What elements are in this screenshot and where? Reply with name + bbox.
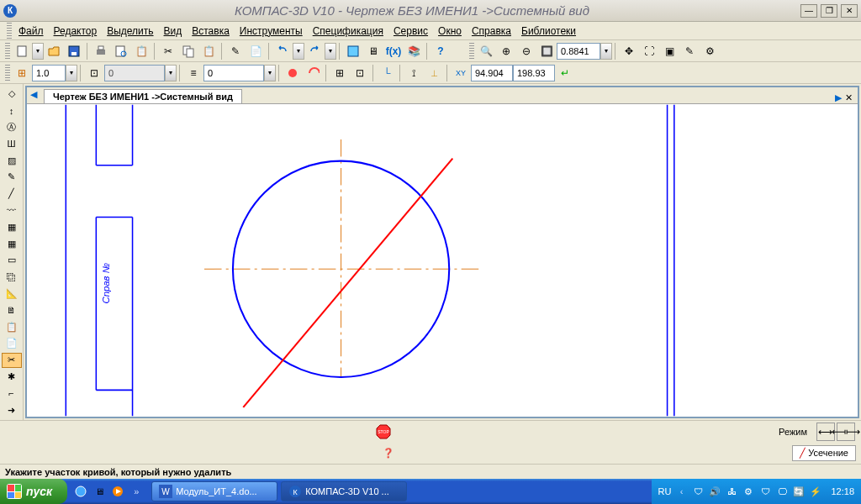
open-button[interactable] bbox=[45, 42, 63, 60]
zoom-fit-button[interactable]: 🔲 bbox=[537, 42, 556, 60]
menu-file[interactable]: Файл bbox=[13, 25, 49, 37]
lcs-button[interactable]: └ bbox=[378, 64, 396, 82]
tray-av-icon[interactable]: 🛡 bbox=[758, 485, 772, 498]
report-tool[interactable]: 📄 bbox=[2, 336, 22, 351]
step-button[interactable]: ⊞ bbox=[13, 64, 31, 82]
minimize-button[interactable]: — bbox=[800, 4, 817, 18]
grid-button[interactable]: ⊞ bbox=[330, 64, 349, 82]
property-tab[interactable]: ╱ Усечение bbox=[792, 445, 856, 461]
properties-button[interactable]: ✎ bbox=[226, 42, 245, 60]
tray-expand-icon[interactable]: ‹ bbox=[674, 485, 688, 498]
menu-insert[interactable]: Вставка bbox=[187, 25, 235, 37]
start-button[interactable]: пуск bbox=[0, 479, 67, 504]
tray-usb-icon[interactable]: ⚙ bbox=[742, 485, 755, 498]
fx-button[interactable]: f(x) bbox=[384, 42, 403, 60]
new-dropdown[interactable]: ▾ bbox=[32, 43, 44, 60]
spec-button[interactable]: 📋 bbox=[132, 42, 151, 60]
menu-view[interactable]: Вид bbox=[159, 25, 188, 37]
lang-indicator[interactable]: RU bbox=[658, 486, 672, 496]
dimensions-tool[interactable]: ↕ bbox=[2, 103, 22, 118]
associate-tool[interactable]: 🗎 bbox=[2, 302, 22, 318]
join-tool[interactable]: ➜ bbox=[2, 402, 22, 417]
copy-tool[interactable]: ⿻ bbox=[2, 270, 22, 285]
calculator-button[interactable]: 🖥 bbox=[364, 42, 383, 60]
task-word[interactable]: W Модуль_ИТ_4.do... bbox=[151, 481, 277, 501]
ortho-button[interactable]: ⊡ bbox=[351, 64, 369, 82]
ql-media-icon[interactable] bbox=[109, 483, 126, 500]
mode-extend-button[interactable]: ⟻⟼ bbox=[837, 423, 855, 441]
symbols-tool[interactable]: Ⓐ bbox=[2, 120, 22, 135]
panel-help-button[interactable]: ❓ bbox=[378, 444, 399, 462]
save-button[interactable] bbox=[65, 42, 83, 60]
tray-shield-icon[interactable]: 🛡 bbox=[691, 485, 705, 498]
style-button[interactable]: ≡ bbox=[184, 64, 203, 82]
task-kompas[interactable]: К КОМПАС-3D V10 ... bbox=[281, 481, 407, 501]
zoom-all-button[interactable]: ⛶ bbox=[640, 42, 658, 60]
menu-help[interactable]: Справка bbox=[467, 25, 516, 37]
step-input[interactable] bbox=[32, 65, 66, 81]
edit-tool[interactable]: ✎ bbox=[2, 170, 22, 185]
redo-button[interactable] bbox=[305, 42, 324, 60]
maximize-button[interactable]: ❐ bbox=[821, 4, 837, 18]
menu-libraries[interactable]: Библиотеки bbox=[516, 25, 581, 37]
tray-display-icon[interactable]: 🖵 bbox=[775, 485, 789, 498]
menu-window[interactable]: Окно bbox=[433, 25, 467, 37]
layer-dropdown[interactable]: ▾ bbox=[165, 65, 177, 81]
trim-tool[interactable]: 📐 bbox=[2, 286, 22, 302]
break-tool[interactable]: ⌐ bbox=[2, 386, 22, 401]
copy-button[interactable] bbox=[179, 42, 198, 60]
help-button[interactable]: ? bbox=[431, 42, 450, 60]
redo-dropdown[interactable]: ▾ bbox=[325, 43, 336, 60]
style-input[interactable] bbox=[203, 65, 264, 81]
menu-service[interactable]: Сервис bbox=[388, 25, 433, 37]
zoom-out-button[interactable]: ⊖ bbox=[517, 42, 536, 60]
print-button[interactable] bbox=[92, 42, 110, 60]
zoom-window-button[interactable]: ▣ bbox=[660, 42, 679, 60]
layer-button[interactable]: ⊡ bbox=[85, 64, 103, 82]
tab-nav-next[interactable]: ▶ bbox=[835, 92, 842, 103]
menu-select[interactable]: Выделить bbox=[102, 25, 158, 37]
clock[interactable]: 12:18 bbox=[831, 486, 854, 496]
undo-button[interactable] bbox=[273, 42, 292, 60]
library-button[interactable]: 📚 bbox=[404, 42, 423, 60]
param-tool[interactable]: ▦ bbox=[2, 219, 22, 234]
menu-editor[interactable]: Редактор bbox=[49, 25, 103, 37]
spec-tool[interactable]: 📋 bbox=[2, 319, 22, 334]
drawing-canvas[interactable]: Справ № bbox=[27, 104, 858, 417]
ql-ie-icon[interactable] bbox=[72, 483, 89, 500]
measure-tool[interactable]: ▦ bbox=[2, 236, 22, 251]
cut-button[interactable]: ✂ bbox=[159, 42, 177, 60]
view-settings-button[interactable]: ⚙ bbox=[700, 42, 719, 60]
tray-updates-icon[interactable]: 🔄 bbox=[792, 485, 806, 498]
snap-settings-button[interactable] bbox=[304, 64, 322, 82]
hatching-tool[interactable]: ▨ bbox=[2, 153, 22, 168]
undo-dropdown[interactable]: ▾ bbox=[293, 43, 304, 60]
coord-x-input[interactable] bbox=[471, 65, 513, 81]
refresh-button[interactable]: 📄 bbox=[246, 42, 265, 60]
tray-volume-icon[interactable]: 🔊 bbox=[708, 485, 721, 498]
tray-power-icon[interactable]: ⚡ bbox=[809, 485, 822, 498]
new-button[interactable] bbox=[13, 42, 31, 60]
preview-button[interactable] bbox=[112, 42, 130, 60]
line-tool[interactable]: ╱ bbox=[2, 186, 22, 202]
geometry-tool[interactable]: ◇ bbox=[2, 87, 22, 102]
pan-button[interactable]: ✥ bbox=[620, 42, 638, 60]
distance-button[interactable]: ⟟ bbox=[404, 64, 423, 82]
menu-spec[interactable]: Спецификация bbox=[308, 25, 388, 37]
document-tab[interactable]: Чертеж БЕЗ ИМЕНИ1 ->Системный вид bbox=[44, 89, 242, 103]
trim-curve-tool[interactable]: ✂ bbox=[2, 353, 22, 368]
step-dropdown[interactable]: ▾ bbox=[66, 65, 77, 81]
coord-y-input[interactable] bbox=[513, 65, 555, 81]
extend-tool[interactable]: ✱ bbox=[2, 370, 22, 385]
ql-desktop-icon[interactable]: 🖥 bbox=[91, 483, 108, 500]
tray-network-icon[interactable]: 🖧 bbox=[725, 485, 738, 498]
zoom-frame-button[interactable]: 🔍 bbox=[477, 42, 495, 60]
tab-nav-prev[interactable]: ◀ bbox=[30, 89, 37, 100]
snap-button[interactable] bbox=[283, 64, 302, 82]
tab-close[interactable]: ✕ bbox=[845, 92, 853, 103]
redraw-button[interactable]: ✎ bbox=[680, 42, 699, 60]
paste-button[interactable]: 📋 bbox=[199, 42, 218, 60]
select-tool[interactable]: ▭ bbox=[2, 253, 22, 268]
style-dropdown[interactable]: ▾ bbox=[264, 65, 276, 81]
coord-button[interactable]: XY bbox=[452, 64, 470, 82]
